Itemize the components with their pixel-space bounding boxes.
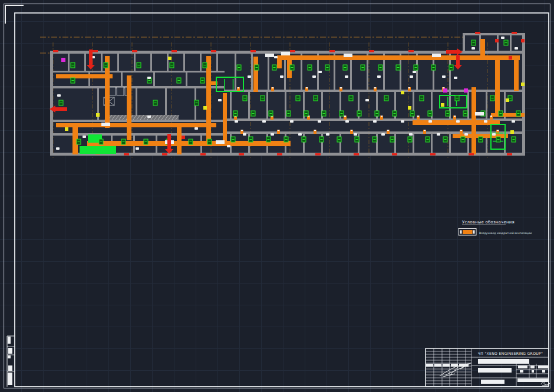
duct-drop-tip	[314, 130, 316, 131]
duct-symbol-cap-right	[473, 230, 475, 234]
door-mark	[248, 75, 251, 78]
flow-arrow	[456, 55, 460, 65]
flow-arrow	[89, 50, 93, 65]
ventilation-unit	[80, 147, 116, 153]
axis-tick-red	[93, 50, 98, 52]
wall-partition	[358, 133, 360, 153]
duct-drop-tip	[424, 130, 426, 131]
door-mark	[290, 120, 294, 123]
legend-title: Условные обозначения	[462, 220, 515, 225]
ventilation-duct	[495, 57, 500, 117]
axis-tick-red	[430, 153, 436, 156]
door-mark	[326, 133, 329, 136]
wall-partition	[303, 133, 305, 153]
wall-partition	[117, 54, 119, 71]
door-mark	[428, 120, 432, 123]
axis-tick-red	[354, 153, 359, 156]
marker-yellow	[408, 106, 411, 110]
wall-partition	[486, 90, 487, 118]
wall-partition	[321, 133, 323, 153]
wall-partition	[268, 54, 269, 90]
wall	[50, 71, 225, 73]
wall	[463, 33, 465, 53]
duct-drop-tip	[443, 87, 444, 88]
redacted-text-block	[451, 364, 458, 367]
axis-tick-red	[475, 32, 480, 34]
door-mark	[298, 133, 302, 136]
ventilation-duct	[514, 57, 519, 91]
door-mark	[271, 133, 274, 136]
wall-partition	[167, 54, 169, 71]
left-strip-redaction	[8, 355, 11, 358]
duct-drop-tip	[241, 130, 243, 131]
door-mark	[136, 147, 139, 150]
axis-tick-red	[53, 50, 58, 52]
redacted-text-block	[459, 364, 469, 367]
wall-partition	[497, 35, 499, 53]
duct-drop-tip	[497, 130, 499, 131]
door-mark	[464, 133, 468, 136]
door-mark	[515, 47, 518, 50]
redacted-text-block	[426, 364, 433, 367]
marker-yellow	[65, 127, 68, 131]
door-mark	[365, 99, 369, 101]
corner-mark	[5, 5, 24, 6]
duct-label	[344, 54, 352, 57]
wall	[50, 120, 226, 122]
door-mark	[512, 120, 515, 123]
marker-yellow	[203, 106, 207, 110]
axis-tick-red	[315, 153, 321, 156]
wall-partition	[235, 54, 236, 90]
duct-drop-tip	[490, 116, 492, 117]
axis-tick-red	[162, 153, 167, 156]
marker-yellow	[168, 57, 172, 60]
legend: Условные обозначения Воздуховод квадратн…	[459, 220, 532, 235]
door-mark	[377, 75, 381, 78]
wall-partition	[101, 54, 103, 71]
left-strip-redaction	[8, 373, 12, 385]
wall-partition	[183, 54, 185, 71]
door-mark	[147, 116, 151, 118]
redacted-text-block	[478, 359, 529, 364]
drawing-sheet: Условные обозначения Воздуховод квадратн…	[0, 0, 554, 392]
wall	[50, 153, 525, 156]
redacted-text-block	[518, 365, 527, 368]
marker-red	[495, 39, 499, 42]
axis-tick-red	[329, 50, 335, 52]
door-mark	[409, 133, 413, 136]
duct-label	[475, 112, 484, 116]
axis-tick-red	[469, 153, 474, 156]
duct-drop-tip	[340, 87, 342, 88]
axis-tick-red	[392, 153, 397, 156]
axis-tick-red	[290, 50, 295, 52]
ventilation-duct	[277, 55, 282, 68]
wall-partition	[134, 54, 136, 71]
door-mark	[401, 120, 404, 123]
wall	[50, 51, 53, 156]
floor-plan	[40, 32, 525, 158]
redacted-text-block	[443, 364, 450, 367]
ventilation-duct	[56, 74, 113, 78]
wall	[522, 33, 525, 156]
ventilation-duct	[177, 123, 182, 154]
duct-drop-tip	[387, 130, 389, 131]
wall-partition	[266, 90, 268, 118]
redacted-text-block	[530, 365, 535, 368]
company-name: ЧП "XENO ENGINEERING GROUP"	[478, 351, 543, 355]
axis-tick-red	[211, 50, 216, 52]
axis-tick-red	[507, 153, 512, 156]
door-mark	[345, 75, 348, 78]
marker-red	[521, 39, 525, 42]
wall-partition	[186, 71, 187, 86]
redacted-text-block	[542, 370, 545, 373]
redacted-text-block	[538, 365, 549, 368]
marker-red	[182, 136, 185, 139]
marker-red	[509, 56, 512, 60]
marker-yellow	[441, 103, 444, 107]
wall-partition	[376, 133, 378, 153]
flow-arrow	[446, 50, 457, 54]
wall-partition	[510, 35, 512, 53]
flow-arrow	[55, 107, 67, 111]
corner-mark	[5, 5, 6, 24]
wall-partition	[248, 90, 250, 118]
